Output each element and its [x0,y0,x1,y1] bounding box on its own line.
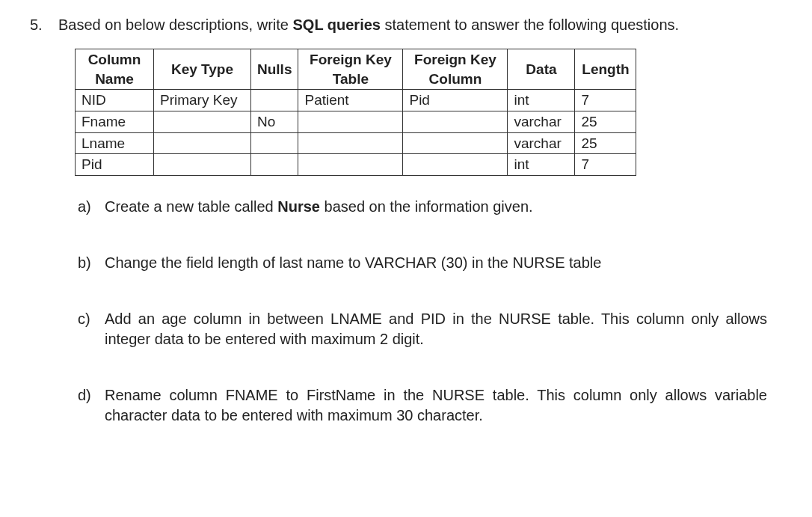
cell-length: 25 [575,132,636,154]
cell-key-type: Primary Key [154,90,251,111]
subquestion-c: c) Add an age column in between LNAME an… [78,309,767,349]
cell-nulls: No [251,111,298,132]
cell-column-name: Lname [76,132,154,154]
subquestion-label: a) [78,197,96,217]
sub-a-prefix: Create a new table called [105,198,277,215]
subquestion-text: Rename column FNAME to FirstName in the … [105,385,767,426]
sub-a-bold-nurse: Nurse [277,198,320,215]
subquestion-a: a) Create a new table called Nurse based… [78,197,767,217]
intro-text-suffix: statement to answer the following questi… [381,16,679,33]
header-fk-table: Foreign Key Table [298,49,403,90]
question-body: Based on below descriptions, write SQL q… [58,15,767,426]
cell-nulls [251,132,298,154]
header-column-name: Column Name [76,49,154,90]
header-key-type: Key Type [154,49,251,90]
subquestion-text: Add an age column in between LNAME and P… [105,309,767,349]
cell-fk-table: Patient [298,90,403,111]
table-header-row: Column Name Key Type Nulls Foreign Key T… [76,49,636,90]
subquestion-d: d) Rename column FNAME to FirstName in t… [78,385,767,426]
subquestion-label: d) [78,385,96,426]
cell-nulls [251,90,298,111]
cell-length: 25 [575,111,636,132]
header-data: Data [508,49,575,90]
table-row: Fname No varchar 25 [76,111,636,132]
cell-data: varchar [508,132,575,154]
subquestion-b: b) Change the field length of last name … [78,253,767,273]
schema-table: Column Name Key Type Nulls Foreign Key T… [75,49,636,176]
table-row: Pid int 7 [76,154,636,176]
cell-data: int [508,90,575,111]
subquestion-text: Create a new table called Nurse based on… [105,197,767,217]
table-row: Lname varchar 25 [76,132,636,154]
sub-a-suffix: based on the information given. [320,198,533,215]
subquestion-label: b) [78,253,96,273]
cell-data: int [508,154,575,176]
cell-length: 7 [575,90,636,111]
cell-fk-table [298,154,403,176]
cell-length: 7 [575,154,636,176]
intro-bold-sql-queries: SQL queries [293,16,381,33]
cell-fk-column [403,111,508,132]
cell-key-type [154,111,251,132]
subquestion-text: Change the field length of last name to … [105,253,767,273]
cell-fk-column [403,132,508,154]
header-length: Length [575,49,636,90]
question-5: 5. Based on below descriptions, write SQ… [30,15,767,426]
cell-fk-column: Pid [403,90,508,111]
header-fk-column: Foreign Key Column [403,49,508,90]
cell-fk-table [298,111,403,132]
cell-fk-table [298,132,403,154]
cell-column-name: Pid [76,154,154,176]
question-number: 5. [30,15,51,426]
header-nulls: Nulls [251,49,298,90]
cell-key-type [154,132,251,154]
cell-fk-column [403,154,508,176]
question-intro: Based on below descriptions, write SQL q… [58,15,767,35]
subquestion-label: c) [78,309,96,349]
table-row: NID Primary Key Patient Pid int 7 [76,90,636,111]
cell-column-name: Fname [76,111,154,132]
intro-text-prefix: Based on below descriptions, write [58,16,293,33]
cell-data: varchar [508,111,575,132]
cell-column-name: NID [76,90,154,111]
cell-nulls [251,154,298,176]
cell-key-type [154,154,251,176]
